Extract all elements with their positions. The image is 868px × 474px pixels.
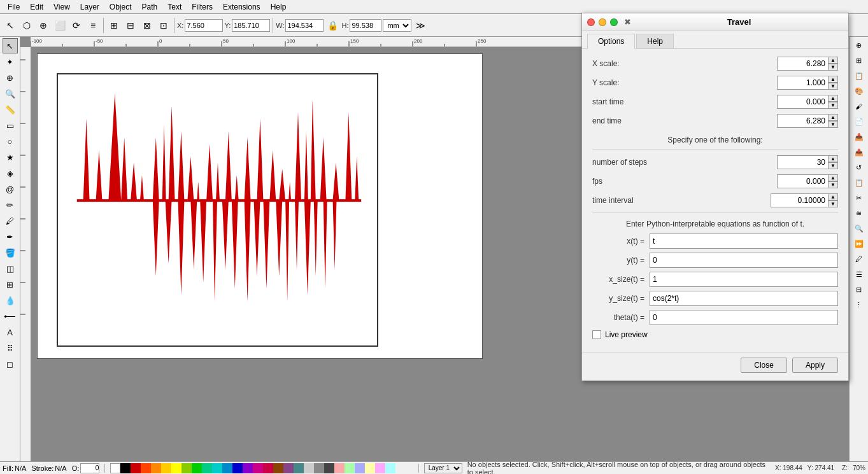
tool-eraser[interactable]: ◻	[3, 356, 18, 372]
start-time-down[interactable]: ▼	[828, 102, 838, 109]
dialog-close-btn[interactable]	[587, 18, 595, 26]
swatch-light-cyan[interactable]	[385, 463, 395, 473]
xt-input[interactable]	[650, 234, 838, 249]
start-time-input[interactable]	[777, 95, 828, 109]
yt-input[interactable]	[650, 253, 838, 268]
apply-button[interactable]: Apply	[792, 358, 838, 373]
rpanel-align[interactable]: ☰	[852, 267, 866, 281]
opacity-input[interactable]	[80, 463, 99, 473]
swatch-dark-blue[interactable]	[232, 463, 243, 473]
swatch-slate[interactable]	[294, 463, 304, 473]
swatch-orange-red[interactable]	[141, 463, 151, 473]
swatch-light-pink[interactable]	[334, 463, 345, 473]
num-steps-down[interactable]: ▼	[828, 162, 838, 169]
swatch-dark-gray[interactable]	[324, 463, 334, 473]
fps-input[interactable]	[777, 174, 828, 188]
menu-file[interactable]: File	[3, 1, 25, 13]
num-steps-up[interactable]: ▲	[828, 155, 838, 162]
unit-select[interactable]: mm px pt in cm	[383, 19, 411, 32]
rpanel-doc[interactable]: 📄	[852, 115, 866, 129]
tool-gradient[interactable]: ◫	[3, 261, 18, 276]
tool-3d[interactable]: ◈	[3, 165, 18, 181]
tool-spiral[interactable]: @	[3, 181, 18, 197]
tool-tweak[interactable]: ⊕	[3, 70, 18, 85]
rpanel-dots[interactable]: ⋮	[852, 298, 866, 312]
toolbar-align5[interactable]: ⊡	[156, 18, 171, 33]
tool-dropper[interactable]: 💧	[3, 293, 18, 308]
tool-pen[interactable]: 🖊	[3, 213, 18, 228]
swatch-light-green[interactable]	[345, 463, 355, 473]
rpanel-arrow[interactable]: ⏩	[852, 237, 866, 251]
toolbar-rect[interactable]: ⟳	[69, 18, 84, 33]
swatch-light-yellow[interactable]	[365, 463, 375, 473]
toolbar-align2[interactable]: ⊞	[106, 18, 122, 33]
swatch-light-blue[interactable]	[355, 463, 365, 473]
time-interval-up[interactable]: ▲	[828, 193, 838, 200]
layer-select[interactable]: Layer 1	[424, 463, 462, 473]
rpanel-snap[interactable]: ⊕	[852, 38, 866, 52]
dialog-max-btn[interactable]	[610, 18, 618, 26]
toolbar-zoom[interactable]: ⬜	[52, 18, 68, 33]
w-input[interactable]	[285, 19, 324, 32]
tool-zoom2[interactable]: 🔍	[3, 86, 18, 101]
swatch-green[interactable]	[192, 463, 202, 473]
end-time-input[interactable]	[777, 114, 828, 128]
toolbar-align4[interactable]: ⊠	[139, 18, 155, 33]
menu-extensions[interactable]: Extensions	[218, 1, 266, 13]
menu-layer[interactable]: Layer	[75, 1, 104, 13]
lock-aspect-btn[interactable]: 🔒	[325, 18, 340, 33]
y-input[interactable]	[232, 19, 270, 32]
fps-down[interactable]: ▼	[828, 181, 838, 188]
tool-ellipse[interactable]: ○	[3, 134, 18, 149]
tool-measure[interactable]: 📏	[3, 102, 18, 117]
rpanel-export[interactable]: 📤	[852, 145, 866, 159]
tool-text[interactable]: A	[3, 324, 18, 340]
swatch-orange[interactable]	[151, 463, 161, 473]
rpanel-import[interactable]: 📥	[852, 130, 866, 144]
end-time-down[interactable]: ▼	[828, 121, 838, 128]
menu-help[interactable]: Help	[266, 1, 292, 13]
live-preview-checkbox[interactable]	[592, 330, 601, 339]
end-time-up[interactable]: ▲	[828, 114, 838, 121]
menu-text[interactable]: Text	[162, 1, 187, 13]
rpanel-pen2[interactable]: 🖊	[852, 252, 866, 266]
swatch-bright-yellow[interactable]	[171, 463, 181, 473]
x-size-input[interactable]	[650, 272, 838, 287]
tool-calligraphy[interactable]: ✒	[3, 229, 18, 244]
menu-view[interactable]: View	[48, 1, 75, 13]
swatch-light-gray[interactable]	[304, 463, 314, 473]
swatch-mauve[interactable]	[283, 463, 294, 473]
h-input[interactable]	[350, 19, 381, 32]
rpanel-filter[interactable]: ≋	[852, 206, 866, 220]
toolbar-node[interactable]: ⬡	[19, 18, 34, 33]
toolbar-select[interactable]: ↖	[3, 18, 18, 33]
time-interval-down[interactable]: ▼	[828, 200, 838, 207]
tool-node[interactable]: ✦	[3, 54, 18, 69]
tool-pencil[interactable]: ✏	[3, 197, 18, 213]
dialog-min-btn[interactable]	[599, 18, 606, 26]
swatch-yellow[interactable]	[161, 463, 171, 473]
tool-spray[interactable]: ⠿	[3, 340, 18, 356]
tool-select[interactable]: ↖	[3, 38, 18, 53]
menu-object[interactable]: Object	[104, 1, 137, 13]
menu-path[interactable]: Path	[137, 1, 163, 13]
x-input[interactable]	[185, 19, 223, 32]
swatch-yellow-green[interactable]	[181, 463, 192, 473]
y-scale-up[interactable]: ▲	[828, 76, 838, 83]
rpanel-undo-hist[interactable]: ↺	[852, 160, 866, 174]
swatch-light-purple[interactable]	[375, 463, 385, 473]
rpanel-color1[interactable]: 🎨	[852, 84, 866, 98]
swatch-red[interactable]	[131, 463, 141, 473]
y-scale-input[interactable]	[777, 76, 828, 90]
tool-star[interactable]: ★	[3, 150, 18, 165]
swatch-brown[interactable]	[273, 463, 283, 473]
theta-input[interactable]	[650, 310, 838, 325]
toolbar-align3[interactable]: ⊟	[123, 18, 138, 33]
tab-options[interactable]: Options	[587, 34, 635, 49]
menu-filters[interactable]: Filters	[187, 1, 218, 13]
toolbar-align1[interactable]: ≡	[85, 18, 101, 33]
num-steps-input[interactable]	[777, 155, 828, 169]
swatch-pink[interactable]	[253, 463, 263, 473]
swatch-crimson[interactable]	[263, 463, 273, 473]
rpanel-grid[interactable]: ⊞	[852, 53, 866, 67]
